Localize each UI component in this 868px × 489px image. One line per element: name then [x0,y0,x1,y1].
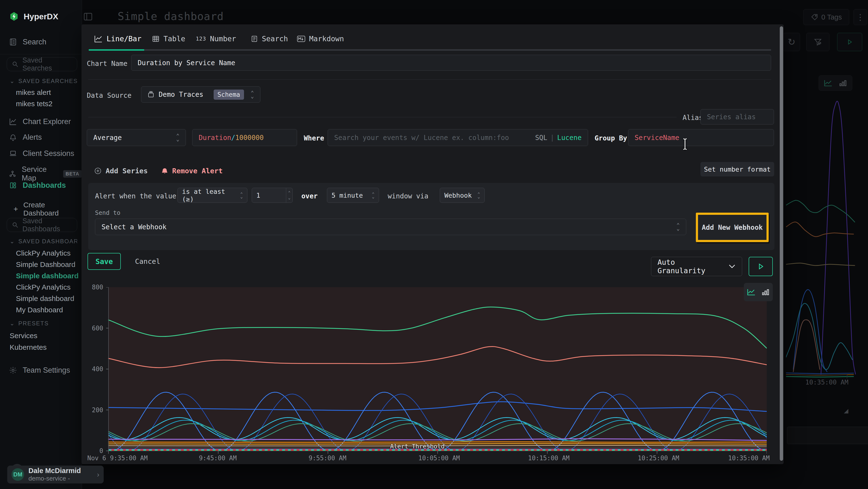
beta-badge: BETA [63,170,82,178]
create-dashboard-button[interactable]: + Create Dashboard [13,201,82,217]
number-spinner[interactable]: ⌃⌄ [286,188,292,202]
sidebar-item-chart-explorer[interactable]: Chart Explorer [9,117,71,126]
search-list-icon [251,35,258,42]
dashboard-list-item-active[interactable]: Simple dashboard [16,272,79,280]
select-chevrons-icon: ⌃⌄ [251,91,254,98]
plus-icon: + [13,205,18,213]
lucene-toggle[interactable]: Lucene [557,134,582,142]
preset-item[interactable]: Kubernetes [10,343,46,351]
granularity-select[interactable]: Auto Granularity [651,257,742,276]
dashboard-list-item[interactable]: ClickPy Analytics [16,249,71,257]
webhook-select[interactable]: Select a Webhook ⌃⌄ [95,219,686,235]
app-logo[interactable]: HyperDX [10,10,58,22]
markdown-icon [297,35,305,42]
alias-label: Alias [683,114,703,122]
user-menu[interactable]: DM Dale McDiarmid demo-service - › [7,466,104,484]
sidebar-divider [0,54,82,54]
select-chevrons-icon: ⌃⌄ [240,193,243,198]
saved-dashboards-header[interactable]: ⌄ SAVED DASHBOARDS [10,238,77,245]
x-axis-tick-label: 10:15:00 AM [528,455,569,462]
series-orange-1 [108,442,767,442]
group-by-input[interactable]: ServiceName [628,129,774,146]
remove-alert-button[interactable]: Remove Alert [161,167,223,175]
service-map-icon [9,170,17,178]
dashboards-icon [9,181,18,189]
x-axis-tick-label: 10:05:00 AM [418,455,460,462]
tab-number[interactable]: 123 Number [196,34,236,43]
data-source-select[interactable]: Demo Traces Schema ⌃⌄ [141,86,260,103]
sidebar-item-search[interactable]: Search [9,38,46,46]
saved-searches-input[interactable]: Saved Searches [7,57,77,71]
section-divider [88,79,771,80]
set-number-format-button[interactable]: Set number format [701,162,774,176]
laptop-icon [9,149,18,157]
chevron-right-icon: › [97,470,99,479]
chart-name-label: Chart Name [87,60,128,67]
series-alias-input[interactable]: Series alias [701,109,774,124]
sql-toggle[interactable]: SQL [535,134,547,142]
group-by-label: Group By [595,134,627,142]
save-button[interactable]: Save [88,253,121,270]
tab-table[interactable]: Table [152,34,185,43]
chevron-down-icon [728,264,736,269]
line-chart-icon [94,35,103,43]
active-tab-underline [89,49,144,51]
alert-threshold-input[interactable]: 1 ⌃⌄ [252,188,293,203]
field-expression-input[interactable]: Duration/1000000 [192,129,297,146]
add-series-button[interactable]: Add Series [94,167,148,175]
alert-condition-select[interactable]: is at least (≥) ⌃⌄ [178,188,247,203]
where-search-input[interactable]: Search your events w/ Lucene ex. column:… [328,129,588,146]
alert-threshold-label: Alert Threshold [390,443,444,450]
aggregation-select[interactable]: Average ⌃⌄ [87,129,186,146]
dashboard-list-item[interactable]: My Dashboard [16,306,63,314]
saved-search-item[interactable]: mikes tets2 [16,100,53,108]
tab-line-bar[interactable]: Line/Bar [94,34,142,43]
sidebar-item-dashboards[interactable]: Dashboards [9,181,66,190]
gear-icon [9,366,18,374]
dashboard-list-item[interactable]: ClickPy Analytics [16,283,71,291]
tab-markdown[interactable]: Markdown [297,34,344,43]
y-axis-tick-label: 200 [77,406,103,414]
section-divider [88,117,677,117]
sidebar-item-alerts[interactable]: Alerts [9,133,42,142]
cancel-button[interactable]: Cancel [135,253,160,270]
sidebar-item-label: Team Settings [23,366,70,375]
y-axis-tick-label: 800 [77,284,103,291]
y-axis-tick-label: 600 [77,325,103,332]
alert-window-select[interactable]: 5 minute ⌃⌄ [327,188,379,203]
add-new-webhook-button[interactable]: Add New Webhook [696,213,769,242]
chart-name-input[interactable]: Duration by Service Name [131,55,771,71]
dashboard-list-item[interactable]: Simple Dashboard [16,260,75,269]
sidebar-item-team-settings[interactable]: Team Settings [9,366,70,375]
chart-type-toggle[interactable] [744,283,773,301]
edit-chart-modal: Line/Bar Table 123 Number Search [82,24,784,464]
run-chart-button[interactable] [749,257,773,276]
preset-item[interactable]: Services [10,332,37,340]
dashboard-list-item[interactable]: Simple dashboard [16,294,74,303]
magnifier-icon [12,61,19,67]
chart-explorer-icon [9,118,18,126]
saved-search-item[interactable]: mikes alert [16,88,51,96]
sidebar-item-label: Dashboards [23,181,66,190]
select-chevrons-icon: ⌃⌄ [176,134,179,141]
tab-search[interactable]: Search [251,34,288,43]
saved-dashboards-input[interactable]: Saved Dashboards [7,218,77,232]
saved-searches-header[interactable]: ⌄ SAVED SEARCHES [10,78,77,84]
bell-icon [9,134,18,141]
app-logo-text: HyperDX [24,12,58,21]
sidebar-item-service-map[interactable]: Service Map BETA [9,165,82,182]
send-to-label: Send to [95,209,120,216]
x-axis-tick-label: 9:45:00 AM [199,455,237,462]
database-icon [148,91,154,98]
bar-chart-icon [762,288,770,296]
hyperdx-logo-icon [10,10,18,22]
sidebar-item-label: Client Sessions [23,149,74,158]
y-axis-tick-label: 0 [77,447,103,455]
line-chart-icon [747,288,756,296]
sidebar-item-client-sessions[interactable]: Client Sessions [9,149,74,158]
presets-header[interactable]: ⌄ PRESETS [10,320,77,327]
alert-channel-select[interactable]: Webhook ⌃⌄ [440,188,485,203]
modal-scrollbar-thumb[interactable] [780,26,783,461]
bell-icon [161,167,168,174]
x-axis-tick-label: 10:35:00 AM [728,455,770,462]
